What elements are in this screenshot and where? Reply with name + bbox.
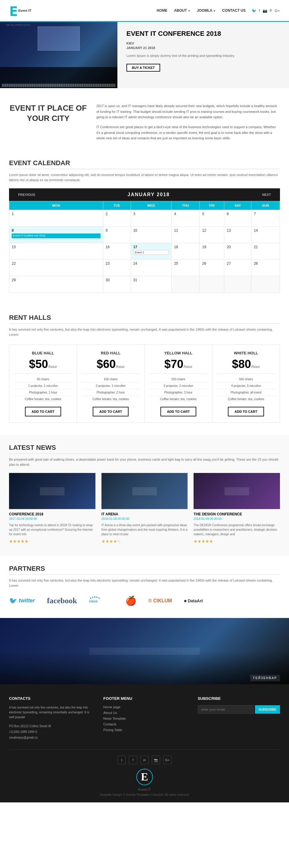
hall-name-red: RED HALL: [82, 351, 140, 355]
footer-contacts-col: CONTACTS It has survived not only five c…: [9, 696, 91, 740]
news-card-date-3[interactable]: 2018-01-09 00:00:00: [194, 517, 280, 521]
footer-bottom: t f in 📷 G+ E Event IT Template Design ©…: [9, 749, 280, 796]
developer-days-label: DEVELOPER DAYS: [6, 22, 30, 27]
nav-contact[interactable]: CONTACT US: [222, 8, 245, 13]
news-stars-3: ★★★★★: [194, 539, 280, 544]
hall-feat-4-blue: Coffee breaks: tea, cookies: [14, 398, 72, 401]
news-card-2: ▓▓▓▓▓▓▓▓▓▓▓▓▓▓▓▓▓▓▓▓▓▓▓▓▓▓▓▓▓▓▓▓▓▓▓▓▓▓▓▓…: [102, 473, 188, 544]
add-to-cart-blue[interactable]: ADD TO CART: [25, 407, 61, 416]
footer-email-input[interactable]: [198, 705, 254, 714]
hall-unit-yellow: /hour: [183, 364, 192, 369]
logo[interactable]: ᴇ Event IT: [9, 2, 31, 19]
footer-menu-news[interactable]: News Template: [103, 717, 185, 720]
cal-day: 29: [9, 276, 103, 293]
news-card-title-1: CONFERENCE 2018: [9, 512, 95, 516]
buy-ticket-button[interactable]: BUY A TICKET: [126, 64, 160, 72]
hall-feat-4-red: Coffee breaks: tea, cookies: [82, 398, 140, 401]
footer: CONTACTS It has survived not only five c…: [0, 684, 289, 802]
footer-banner-label: ГЕЙЗЕНBAP: [250, 675, 280, 681]
calendar-nav: PREVIOUS JANUARY 2018 NEXT: [9, 188, 280, 201]
partner-dataart[interactable]: ■ DataArt: [184, 598, 203, 603]
calendar-table: MON TUE WED THU FRI SAT SUN 1 2 3 4 5 6 …: [9, 201, 280, 293]
cal-day: 30: [103, 276, 131, 293]
footer-menu-contacts[interactable]: Contacts: [103, 722, 185, 726]
footer-menu-title: FOOTER MENU: [103, 696, 185, 701]
partner-apple[interactable]: 🍎: [125, 595, 136, 606]
cal-day: 15: [9, 243, 103, 260]
partners-divider: [9, 574, 280, 575]
footer-menu-about[interactable]: About Us: [103, 711, 185, 715]
footer-subscribe-button[interactable]: SUBSCRIBE: [255, 705, 280, 714]
cal-day: 19: [200, 243, 224, 260]
calendar-section: EVENT CALENDAR Lorem ipsum dolor sit ame…: [0, 156, 289, 305]
cal-day-empty: [251, 276, 280, 293]
news-image-1: ▓▓▓▓▓▓▓▓▓▓▓▓▓▓▓▓▓▓▓▓▓▓▓▓▓▓▓▓▓▓▓▓▓▓▓▓▓▓▓▓…: [9, 473, 95, 509]
calendar-next-button[interactable]: NEXT: [253, 189, 280, 200]
footer-social-google[interactable]: G+: [163, 756, 172, 764]
footer-menu-pricing[interactable]: Pricing Table: [103, 728, 185, 732]
cal-day: 1: [9, 210, 103, 226]
halls-grid: BLUE HALL $50/hour 50 chairs 1 projector…: [9, 344, 280, 423]
hall-feat-4-yellow: Coffee breaks: tea, cookies: [149, 398, 208, 401]
event-tag-2[interactable]: Event 2: [133, 250, 169, 255]
svg-point-2: [92, 597, 93, 598]
event-tag-conf[interactable]: Event IT Confere nce 2018: [12, 234, 100, 238]
svg-point-4: [96, 597, 97, 598]
news-card-date-2[interactable]: 2018-01-09 00:00:00: [102, 517, 188, 521]
footer-email[interactable]: creativejoy@gmail.co: [9, 735, 91, 740]
nav-home[interactable]: HOME: [156, 8, 167, 13]
cal-day-empty: [172, 276, 200, 293]
cal-day-empty: [200, 276, 224, 293]
hall-feat-3-yellow: Photographer, 3 hour: [149, 391, 208, 394]
footer-banner: ГЕЙЗЕНBAP ▓▓▓▓▓▓▓▓▓▓▓▓▓▓▓▓▓▓▓▓▓▓▓▓▓▓▓▓▓▓…: [0, 618, 289, 684]
google-plus-icon[interactable]: G+: [274, 8, 280, 13]
add-to-cart-white[interactable]: ADD TO CART: [228, 407, 264, 416]
cal-header-sat: SAT: [224, 201, 251, 210]
cal-header-mon: MON: [9, 201, 103, 210]
nav-about[interactable]: ABOUT ▼: [174, 8, 190, 13]
main-nav: HOME ABOUT ▼ JOOMLA ▼ CONTACT US: [156, 8, 245, 13]
partner-cisco[interactable]: cisco: [89, 596, 113, 606]
about-content: 2017 is upon us, and IT managers have li…: [96, 103, 280, 141]
cal-day: 13: [224, 226, 251, 243]
calendar-prev-button[interactable]: PREVIOUS: [9, 189, 44, 200]
cal-day: 18: [172, 243, 200, 260]
cisco-logo-icon: cisco: [89, 596, 113, 605]
footer-social-twitter[interactable]: t: [117, 756, 126, 764]
hall-unit-blue: /hour: [48, 364, 57, 369]
facebook-icon[interactable]: f: [259, 8, 260, 13]
cal-day: 11: [172, 226, 200, 243]
cal-day: 12: [200, 226, 224, 243]
news-card-1: ▓▓▓▓▓▓▓▓▓▓▓▓▓▓▓▓▓▓▓▓▓▓▓▓▓▓▓▓▓▓▓▓▓▓▓▓▓▓▓▓…: [9, 473, 95, 544]
add-to-cart-red[interactable]: ADD TO CART: [93, 407, 129, 416]
hall-card-white: WHITE HOLL $80/hour 500 chairs 4 project…: [212, 344, 280, 423]
news-card-desc-1: Top for technology events to attend in 2…: [9, 523, 95, 536]
footer-social-linkedin[interactable]: in: [140, 756, 149, 764]
hall-divider-blue: [14, 373, 72, 374]
partner-twitter[interactable]: 🐦 twitter: [9, 597, 35, 605]
calendar-week-3: 15 16 17 Event 2 18 19 20 21: [9, 243, 280, 260]
footer-contacts-address: PO Box 16122 Collins Street W +1(100) 19…: [9, 723, 91, 740]
news-card-date-1[interactable]: 2017-02-04 20:00:00: [9, 517, 95, 521]
footer-copyright: Template Design © Joomla Templates Cirka…: [9, 793, 280, 796]
hall-name-white: WHITE HOLL: [217, 351, 275, 355]
partner-ciklum[interactable]: © CIKLUM: [148, 598, 172, 603]
add-to-cart-yellow[interactable]: ADD TO CART: [161, 407, 197, 416]
calendar-week-5: 29 30 31: [9, 276, 280, 293]
news-subtitle: Be prepared with good pair of walking sh…: [9, 457, 280, 467]
twitter-icon[interactable]: 🐦: [252, 8, 257, 13]
svg-point-1: [90, 597, 91, 599]
footer-social-facebook[interactable]: f: [129, 756, 137, 764]
cal-day: 20: [224, 243, 251, 260]
nav-joomla[interactable]: JOOMLA ▼: [197, 8, 215, 13]
partner-facebook[interactable]: facebook: [47, 596, 77, 606]
instagram-icon[interactable]: 📷: [262, 8, 267, 13]
pinterest-icon[interactable]: P: [270, 8, 272, 13]
cal-header-sun: SUN: [251, 201, 280, 210]
hall-price-blue: $50/hour: [14, 358, 72, 370]
footer-menu-home[interactable]: Home page: [103, 705, 185, 709]
footer-social-instagram[interactable]: 📷: [152, 756, 160, 764]
social-links: 🐦 f 📷 P G+: [252, 8, 280, 13]
cal-day: 10: [131, 226, 171, 243]
news-card-3: ▓▓▓▓▓▓▓▓▓▓▓▓▓▓▓▓▓▓▓▓▓▓▓▓▓▓▓▓▓▓▓▓▓▓▓▓▓▓▓▓…: [194, 473, 280, 544]
